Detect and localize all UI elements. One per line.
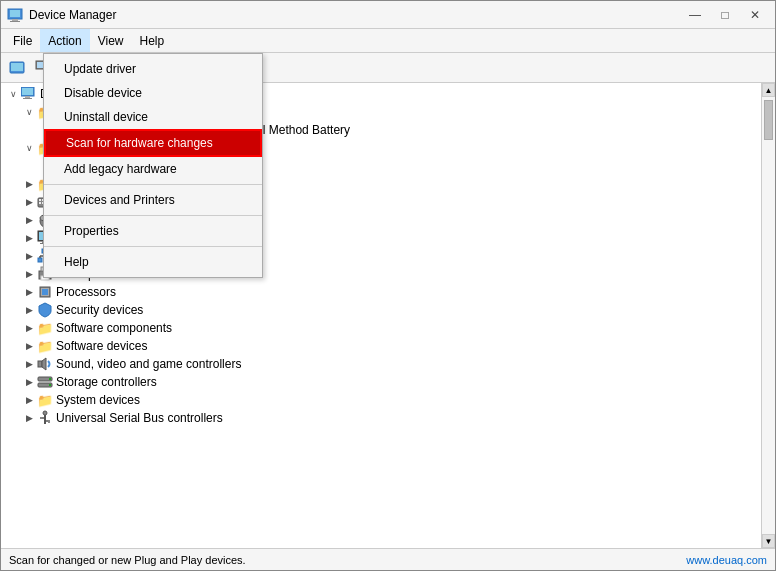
processors-label: Processors <box>56 285 116 299</box>
device-manager-window: Device Manager — □ ✕ File Action View He… <box>0 0 776 571</box>
toggle-mice[interactable]: ▶ <box>21 212 37 228</box>
svg-rect-55 <box>38 361 42 367</box>
menu-view[interactable]: View <box>90 29 132 52</box>
status-message: Scan for changed or new Plug and Play de… <box>9 554 246 566</box>
tree-node-software-comp[interactable]: ▶ 📁 Software components <box>1 319 761 337</box>
svg-point-60 <box>49 384 51 386</box>
svg-rect-17 <box>23 98 32 99</box>
status-website: www.deuaq.com <box>686 554 767 566</box>
toolbar-back-btn[interactable] <box>5 56 29 80</box>
back-icon <box>9 60 25 76</box>
toggle-keyboards[interactable]: ▶ <box>21 194 37 210</box>
menu-file[interactable]: File <box>5 29 40 52</box>
tree-node-processors[interactable]: ▶ Processors <box>1 283 761 301</box>
svg-rect-54 <box>42 289 48 295</box>
menu-action[interactable]: Action <box>40 29 89 52</box>
folder-icon-system-dev: 📁 <box>37 392 53 408</box>
toggle-network[interactable]: ▶ <box>21 248 37 264</box>
toggle-batteries[interactable]: ∨ <box>21 104 37 120</box>
title-bar: Device Manager — □ ✕ <box>1 1 775 29</box>
tree-node-usb[interactable]: ▶ Universal Serial Bus controllers <box>1 409 761 427</box>
svg-marker-56 <box>42 358 46 370</box>
tree-node-storage[interactable]: ▶ Storage controllers <box>1 373 761 391</box>
svg-point-59 <box>49 378 51 380</box>
toggle-hid[interactable]: ▶ <box>21 176 37 192</box>
toggle-security[interactable]: ▶ <box>21 302 37 318</box>
maximize-button[interactable]: □ <box>711 5 739 25</box>
menu-add-legacy[interactable]: Add legacy hardware <box>44 157 262 181</box>
toggle-storage[interactable]: ▶ <box>21 374 37 390</box>
action-dropdown-menu: Update driver Disable device Uninstall d… <box>43 53 263 278</box>
software-dev-label: Software devices <box>56 339 147 353</box>
svg-rect-1 <box>10 10 20 17</box>
menu-devices-printers[interactable]: Devices and Printers <box>44 188 262 212</box>
toggle-sound[interactable]: ▶ <box>21 356 37 372</box>
menu-disable-device[interactable]: Disable device <box>44 81 262 105</box>
separator-2 <box>44 215 262 216</box>
svg-rect-65 <box>40 417 42 419</box>
toggle-system-dev[interactable]: ▶ <box>21 392 37 408</box>
vertical-scrollbar[interactable]: ▲ ▼ <box>761 83 775 548</box>
security-label: Security devices <box>56 303 143 317</box>
sound-label: Sound, video and game controllers <box>56 357 241 371</box>
processor-icon <box>37 284 53 300</box>
toggle-usb[interactable]: ▶ <box>21 410 37 426</box>
scroll-down-btn[interactable]: ▼ <box>762 534 775 548</box>
title-bar-left: Device Manager <box>7 7 116 23</box>
menu-uninstall-device[interactable]: Uninstall device <box>44 105 262 129</box>
toggle-software-comp[interactable]: ▶ <box>21 320 37 336</box>
toggle-software-dev[interactable]: ▶ <box>21 338 37 354</box>
menu-help[interactable]: Help <box>44 250 262 274</box>
svg-rect-31 <box>39 202 41 204</box>
menu-bar: File Action View Help Update driver Disa… <box>1 29 775 53</box>
tree-node-sound[interactable]: ▶ Sound, video and game controllers <box>1 355 761 373</box>
toggle-print-queues[interactable]: ▶ <box>21 266 37 282</box>
menu-update-driver[interactable]: Update driver <box>44 57 262 81</box>
toggle-computer[interactable]: ∨ <box>5 86 21 102</box>
menu-scan-hardware[interactable]: Scan for hardware changes <box>44 129 262 157</box>
window-title: Device Manager <box>29 8 116 22</box>
svg-rect-2 <box>12 19 18 21</box>
system-dev-label: System devices <box>56 393 140 407</box>
toggle-firmware[interactable]: ∨ <box>21 140 37 156</box>
security-icon <box>37 302 53 318</box>
app-icon <box>7 7 23 23</box>
tree-node-system-dev[interactable]: ▶ 📁 System devices <box>1 391 761 409</box>
tree-node-software-dev[interactable]: ▶ 📁 Software devices <box>1 337 761 355</box>
menu-properties[interactable]: Properties <box>44 219 262 243</box>
storage-label: Storage controllers <box>56 375 157 389</box>
storage-icon <box>37 374 53 390</box>
tree-node-security[interactable]: ▶ Security devices <box>1 301 761 319</box>
separator-3 <box>44 246 262 247</box>
svg-rect-15 <box>22 88 33 95</box>
usb-label: Universal Serial Bus controllers <box>56 411 223 425</box>
toggle-processors[interactable]: ▶ <box>21 284 37 300</box>
title-bar-controls: — □ ✕ <box>681 5 769 25</box>
svg-rect-42 <box>38 258 42 262</box>
svg-rect-27 <box>39 199 41 201</box>
sound-icon <box>37 356 53 372</box>
folder-icon-software-dev: 📁 <box>37 338 53 354</box>
status-bar: Scan for changed or new Plug and Play de… <box>1 548 775 570</box>
computer-icon <box>21 86 37 102</box>
svg-point-61 <box>43 411 47 415</box>
svg-rect-66 <box>48 420 50 423</box>
svg-rect-3 <box>10 21 20 22</box>
usb-icon <box>37 410 53 426</box>
minimize-button[interactable]: — <box>681 5 709 25</box>
toggle-monitors[interactable]: ▶ <box>21 230 37 246</box>
close-button[interactable]: ✕ <box>741 5 769 25</box>
scroll-thumb[interactable] <box>764 100 773 140</box>
folder-icon-software-comp: 📁 <box>37 320 53 336</box>
software-comp-label: Software components <box>56 321 172 335</box>
svg-rect-16 <box>25 96 30 98</box>
separator-1 <box>44 184 262 185</box>
svg-rect-5 <box>11 63 23 71</box>
menu-help[interactable]: Help <box>132 29 173 52</box>
scroll-up-btn[interactable]: ▲ <box>762 83 775 97</box>
